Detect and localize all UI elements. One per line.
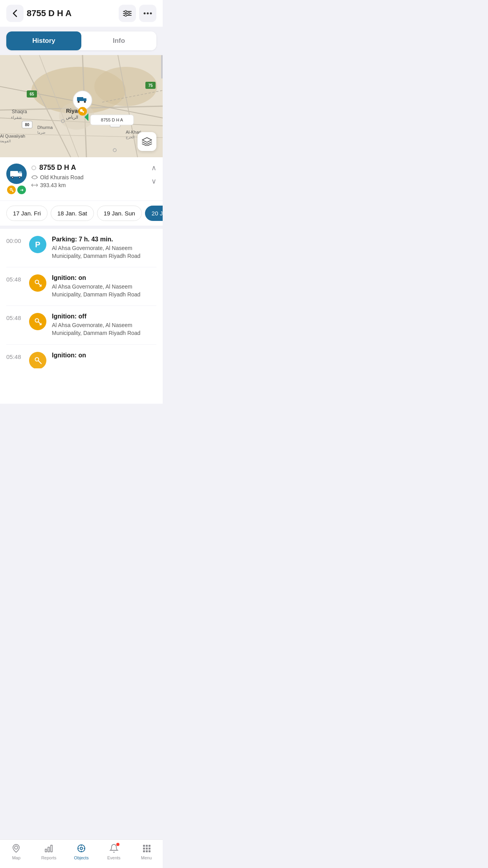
svg-text:Dhurma: Dhurma [37, 125, 53, 130]
ignition-off-icon-2 [29, 313, 46, 330]
svg-rect-42 [83, 98, 86, 101]
timeline: 00:00 P Parking: 7 h. 43 min. Al Ahsa Go… [0, 229, 163, 404]
map-area[interactable]: 65 80 80 75 Shaqra شقراء Riyadh الرياض D… [0, 55, 163, 157]
chevron-down-icon[interactable]: ∨ [151, 177, 156, 186]
event-time-1: 05:48 [6, 274, 24, 283]
vehicle-info: 8755 D H A Old Khurais Road 393.43 km [31, 164, 147, 188]
vehicle-icon-group: ➜ [6, 164, 27, 194]
svg-text:Al Quwaiiyah: Al Quwaiiyah [0, 134, 25, 138]
date-selector: 17 Jan. Fri 18 Jan. Sat 19 Jan. Sun 20 J… [0, 200, 163, 226]
vehicle-card: ➜ 8755 D H A Old Khurais Road 393.43 km … [0, 157, 163, 200]
event-location-1: Al Ahsa Governorate, Al Naseem Municipal… [52, 283, 156, 298]
vehicle-distance: 393.43 km [40, 182, 66, 188]
svg-point-58 [12, 177, 13, 178]
svg-point-8 [150, 13, 152, 15]
svg-point-3 [125, 11, 127, 13]
svg-text:الرياض: الرياض [66, 115, 78, 120]
svg-rect-48 [83, 112, 84, 113]
svg-text:8755 D H A: 8755 D H A [101, 118, 123, 122]
event-content-2: Ignition: off Al Ahsa Governorate, Al Na… [52, 313, 156, 337]
timeline-item-1[interactable]: 05:48 Ignition: on Al Ahsa Governorate, … [6, 267, 156, 306]
tab-info[interactable]: Info [81, 31, 156, 50]
tab-switcher: History Info [6, 31, 156, 50]
svg-point-44 [84, 101, 86, 103]
date-chip-3[interactable]: 20 Jan. Mon [145, 206, 163, 221]
filter-button[interactable] [119, 5, 136, 22]
ignition-on-icon-1 [29, 274, 46, 292]
svg-text:65: 65 [29, 92, 34, 96]
event-title-2: Ignition: off [52, 313, 156, 320]
event-title-1: Ignition: on [52, 274, 156, 281]
svg-rect-41 [77, 97, 83, 101]
vehicle-name: 8755 D H A [39, 164, 76, 172]
event-content-0: Parking: 7 h. 43 min. Al Ahsa Governorat… [52, 236, 156, 260]
event-content-1: Ignition: on Al Ahsa Governorate, Al Nas… [52, 274, 156, 298]
svg-text:80: 80 [25, 123, 29, 127]
timeline-item-3-partial: 05:48 Ignition: on [6, 345, 156, 368]
status-indicator [31, 166, 36, 170]
event-time-0: 00:00 [6, 236, 24, 244]
expand-collapse[interactable]: ∧ ∨ [151, 164, 156, 186]
svg-rect-54 [10, 171, 18, 177]
timeline-item-0[interactable]: 00:00 P Parking: 7 h. 43 min. Al Ahsa Go… [6, 229, 156, 267]
more-button[interactable] [139, 5, 156, 22]
truck-icon [6, 164, 27, 184]
direction-icon: ➜ [17, 186, 26, 194]
back-button[interactable] [6, 5, 24, 22]
event-time-2: 05:48 [6, 313, 24, 321]
svg-point-43 [78, 101, 80, 103]
svg-point-69 [35, 319, 39, 322]
svg-text:شقراء: شقراء [11, 115, 22, 120]
tab-history[interactable]: History [6, 31, 81, 50]
svg-text:ضرما: ضرما [37, 131, 46, 135]
event-title-3: Ignition: on [52, 352, 156, 359]
map-layers-button[interactable] [138, 132, 156, 151]
ignition-on-icon-3 [29, 352, 46, 368]
timeline-item-2[interactable]: 05:48 Ignition: off Al Ahsa Governorate,… [6, 306, 156, 344]
svg-text:الخرج: الخرج [126, 135, 135, 140]
event-content-3-partial: Ignition: on [52, 352, 156, 360]
date-chip-1[interactable]: 18 Jan. Sat [51, 206, 94, 221]
event-time-3: 05:48 [6, 352, 24, 360]
page-title: 8755 D H A [27, 8, 116, 18]
svg-point-5 [125, 15, 127, 17]
svg-point-4 [128, 13, 130, 15]
chevron-up-icon[interactable]: ∧ [151, 164, 156, 172]
map-scrollbar [161, 55, 163, 79]
event-location-2: Al Ahsa Governorate, Al Naseem Municipal… [52, 322, 156, 337]
parking-icon-0: P [29, 236, 46, 253]
svg-point-60 [19, 177, 20, 178]
event-title-0: Parking: 7 h. 43 min. [52, 236, 156, 243]
svg-text:القويعة: القويعة [0, 139, 11, 143]
svg-text:75: 75 [148, 83, 153, 88]
svg-point-7 [147, 13, 149, 15]
svg-line-74 [39, 361, 41, 364]
svg-point-65 [35, 280, 39, 284]
event-location-0: Al Ahsa Governorate, Al Naseem Municipal… [52, 245, 156, 260]
svg-point-73 [35, 357, 39, 361]
header: 8755 D H A [0, 0, 163, 27]
date-chip-2[interactable]: 19 Jan. Sun [97, 206, 142, 221]
svg-point-6 [144, 13, 146, 15]
vehicle-road: Old Khurais Road [40, 174, 84, 180]
key-status-icon [7, 186, 16, 194]
svg-text:Shaqra: Shaqra [12, 109, 27, 114]
svg-rect-56 [19, 171, 22, 173]
svg-rect-47 [82, 111, 84, 112]
date-chip-0[interactable]: 17 Jan. Fri [6, 206, 48, 221]
